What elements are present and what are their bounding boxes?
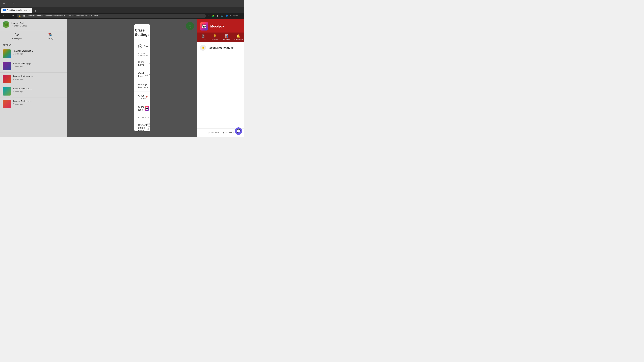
activity-text: Lauren Deli tagge... xyxy=(13,62,64,65)
modal-tab-students[interactable]: + Students xyxy=(138,43,150,50)
new-tab-button[interactable]: + xyxy=(33,9,38,13)
manage-teachers-chevron-icon: › xyxy=(148,84,150,87)
activity-time: 3 hours ago xyxy=(13,78,64,80)
class-theme-label: Class Theme xyxy=(138,94,146,100)
bookmark-icon[interactable]: ☆ xyxy=(208,14,210,17)
activity-content: Lauren Deli is no... 3 hours ago xyxy=(13,100,64,105)
grade-level-label: Grade level xyxy=(138,72,145,77)
grade-dropdown-icon: ▾ xyxy=(148,73,150,76)
sidebar-nav-messages[interactable]: 💬 Messages xyxy=(0,30,34,42)
address-bar: ‹ › ↻ 🔒 app.seesaw.me/#/class_notificati… xyxy=(0,13,244,19)
activity-item[interactable]: Teacher Lauren D... 2 hours ago xyxy=(0,47,67,60)
activity-text: Lauren Deli is no... xyxy=(13,100,64,103)
window-maximize[interactable]: □ xyxy=(7,2,10,5)
bottom-students-label: Students xyxy=(211,131,219,134)
sidebar-nav-library[interactable]: 📚 Library xyxy=(34,30,67,42)
modal-header: × Class Settings xyxy=(134,24,150,40)
bottom-families-label: Families xyxy=(226,131,234,134)
messages-label: Messages xyxy=(12,37,22,39)
back-button[interactable]: ‹ xyxy=(2,14,5,17)
activity-thumb xyxy=(3,49,11,58)
bottom-families-button[interactable]: ⊕ Families xyxy=(222,131,234,134)
moodjoy-class-name: Moodjoy xyxy=(210,24,224,28)
window-close[interactable]: ✕ xyxy=(11,2,15,5)
active-tab[interactable]: S 8 Notifications Seesaw ✕ xyxy=(1,8,32,13)
refresh-button[interactable]: ↻ xyxy=(11,14,15,17)
url-text: app.seesaw.me/#/class_notifications/clas… xyxy=(22,14,98,17)
activity-text: Teacher Lauren D... xyxy=(13,49,64,52)
notifications-icon: 🔔 xyxy=(236,34,240,38)
sidebar-nav: 💬 Messages 📚 Library xyxy=(0,30,67,42)
tab-close-icon[interactable]: ✕ xyxy=(29,9,30,11)
progress-label: Progress xyxy=(223,38,230,40)
browser-chrome: ─ □ ✕ xyxy=(0,0,244,7)
grade-level-row[interactable]: Grade level 12 ▾ xyxy=(134,69,150,80)
class-icon-value: 🐼 xyxy=(144,106,149,111)
activity-time: 3 hours ago xyxy=(13,90,64,92)
moodjoy-class-icon: 🐼 xyxy=(200,22,208,30)
bottom-students-button[interactable]: ⊕ Students xyxy=(208,131,219,134)
user-name: Lauren Deli xyxy=(12,22,64,25)
progress-icon: 📊 xyxy=(225,34,228,38)
activity-thumb xyxy=(3,87,11,95)
address-input[interactable]: 🔒 app.seesaw.me/#/class_notifications/cl… xyxy=(16,14,206,18)
student-signin-label: Student sign in mode xyxy=(138,123,147,132)
sidebar: 🌿 Lauren Deli Teacher · 1 Class 💬 Messag… xyxy=(0,19,67,137)
recent-label: RECENT xyxy=(0,42,67,47)
grade-level-dropdown[interactable]: 12 ▾ xyxy=(145,73,150,76)
activity-item[interactable]: Lauren Deli is no... 3 hours ago xyxy=(0,98,67,110)
student-signin-row[interactable]: Student sign in mode Class Code - Shared… xyxy=(134,120,150,131)
notifications-header-title: Recent Notifications xyxy=(208,46,234,49)
window-minimize[interactable]: ─ xyxy=(2,2,6,5)
journal-icon: 📓 xyxy=(201,34,205,38)
forward-button[interactable]: › xyxy=(6,14,10,17)
activity-item[interactable]: Lauren Deli liked... 3 hours ago xyxy=(0,85,67,98)
browser-controls: ─ □ ✕ xyxy=(2,2,15,5)
class-name-value: Moodjoy xyxy=(144,62,150,65)
user-avatar: 🌿 xyxy=(3,21,10,28)
download-icon[interactable]: ⬇ xyxy=(216,14,218,17)
activity-thumb xyxy=(3,75,11,83)
user-info: Lauren Deli Teacher · 1 Class xyxy=(12,22,64,27)
class-icon-row[interactable]: Class Icon 🐼 › xyxy=(134,103,150,114)
modal-title: Class Settings xyxy=(135,28,150,37)
class-name-row[interactable]: Class name Moodjoy › xyxy=(134,58,150,69)
extensions-icon[interactable]: 🧩 xyxy=(212,14,214,17)
tab-favicon: S xyxy=(3,9,6,11)
chat-bubble-icon: 💬 xyxy=(236,129,241,133)
cast-icon[interactable]: 📺 xyxy=(220,14,224,17)
activity-text: Lauren Deli tagge... xyxy=(13,75,64,78)
activity-content: Lauren Deli tagge... 3 hours ago xyxy=(13,62,64,67)
manage-teachers-label: Manage teachers xyxy=(138,83,148,89)
manage-teachers-row[interactable]: Manage teachers › xyxy=(134,80,150,91)
bottom-students-plus-icon: ⊕ xyxy=(208,131,210,134)
sidebar-header: 🌿 Lauren Deli Teacher · 1 Class xyxy=(0,19,67,30)
activity-item[interactable]: Lauren Deli tagge... 3 hours ago xyxy=(0,60,67,72)
activity-thumb xyxy=(3,100,11,108)
modal-overlay: × Class Settings + Students + Families C… xyxy=(67,19,197,137)
notifications-bell-icon: 🔔 xyxy=(200,45,206,51)
students-section-label: STUDENTS xyxy=(134,114,150,120)
browser-action-icons: ☆ 🧩 ⬇ 📺 👤 Incognito ⋮ xyxy=(208,14,242,17)
menu-icon[interactable]: ⋮ xyxy=(240,14,242,17)
library-label: Library xyxy=(47,37,54,39)
right-nav-notifications[interactable]: 🔔 Notifications xyxy=(232,32,244,42)
right-nav: 📓 Journal 💡 Activities 📊 Progress 🔔 Noti… xyxy=(197,32,244,42)
right-nav-progress[interactable]: 📊 Progress xyxy=(221,32,232,42)
tab-bar: S 8 Notifications Seesaw ✕ + xyxy=(0,7,244,13)
notifications-label: Notifications xyxy=(234,38,243,40)
theme-name: Raspberry xyxy=(146,96,150,98)
class-theme-row[interactable]: Class Theme Raspberry › xyxy=(134,91,150,103)
library-icon: 📚 xyxy=(48,33,52,36)
profile-icon[interactable]: 👤 xyxy=(226,14,228,17)
tab-title: 8 Notifications Seesaw xyxy=(7,9,27,11)
bottom-bar: ⊕ Students ⊕ Families 💬 xyxy=(197,128,244,137)
modal-close-button[interactable]: × xyxy=(138,28,140,32)
moodjoy-header: 🐼 Moodjoy xyxy=(197,19,244,32)
chat-bubble-button[interactable]: 💬 xyxy=(235,127,242,135)
activity-item[interactable]: Lauren Deli tagge... 3 hours ago xyxy=(0,72,67,85)
notifications-section: 🔔 Recent Notifications xyxy=(197,42,244,137)
activity-content: Lauren Deli liked... 3 hours ago xyxy=(13,87,64,92)
right-nav-activities[interactable]: 💡 Activities xyxy=(209,32,221,42)
right-nav-journal[interactable]: 📓 Journal xyxy=(197,32,209,42)
